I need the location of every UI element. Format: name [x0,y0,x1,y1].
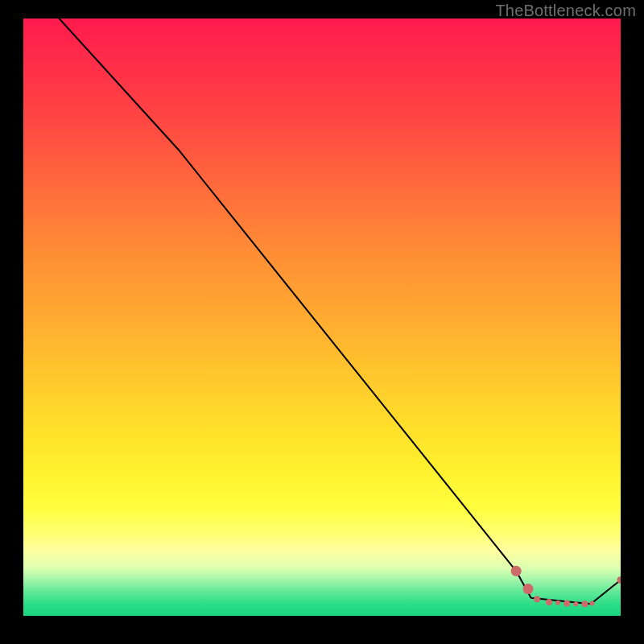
svg-point-1 [522,584,533,594]
series-markers [511,566,621,607]
svg-point-5 [564,600,570,606]
chart-stage: TheBottleneck.com [0,0,644,644]
plot-area [23,19,621,616]
attribution-label: TheBottleneck.com [495,2,636,20]
svg-point-8 [589,601,594,605]
svg-point-6 [573,601,578,606]
svg-point-0 [511,566,522,576]
svg-point-3 [546,599,552,605]
svg-point-9 [617,576,621,584]
series-curve [60,19,621,604]
chart-overlay [23,19,621,616]
svg-point-7 [581,601,588,607]
svg-point-4 [555,601,560,605]
svg-point-2 [534,596,540,602]
